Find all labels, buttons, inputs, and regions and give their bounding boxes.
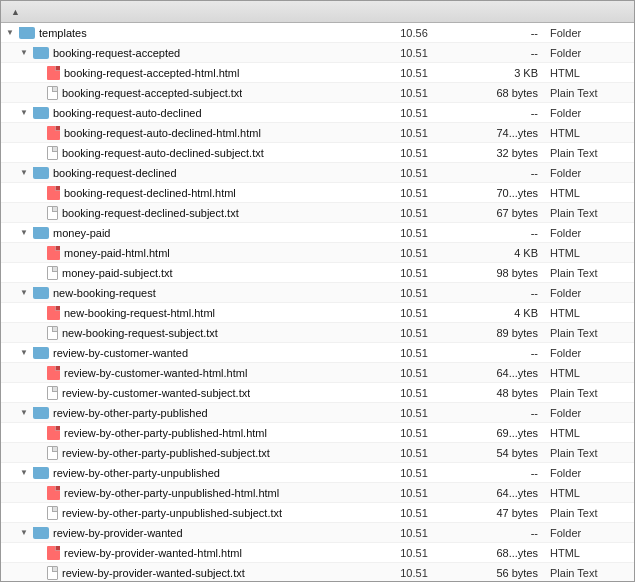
- disclosure-triangle[interactable]: [19, 528, 29, 538]
- size-cell: --: [464, 47, 544, 59]
- folder-icon: [33, 167, 49, 179]
- kind-cell: Plain Text: [544, 447, 634, 459]
- table-row[interactable]: booking-request-declined-html.html 10.51…: [1, 183, 634, 203]
- folder-icon: [33, 347, 49, 359]
- table-row[interactable]: review-by-other-party-unpublished 10.51 …: [1, 463, 634, 483]
- table-row[interactable]: review-by-provider-wanted-subject.txt 10…: [1, 563, 634, 581]
- size-cell: 68...ytes: [464, 547, 544, 559]
- html-file-icon: [47, 546, 60, 560]
- file-name: review-by-provider-wanted-subject.txt: [62, 567, 245, 579]
- finder-window: ▲ templates 10.56 -- Folder booking-requ…: [0, 0, 635, 582]
- file-name: booking-request-auto-declined-html.html: [64, 127, 261, 139]
- file-name: review-by-customer-wanted-html.html: [64, 367, 247, 379]
- date-cell: 10.51: [364, 467, 464, 479]
- date-cell: 10.51: [364, 347, 464, 359]
- table-row[interactable]: new-booking-request 10.51 -- Folder: [1, 283, 634, 303]
- kind-cell: Folder: [544, 347, 634, 359]
- kind-cell: HTML: [544, 547, 634, 559]
- disclosure-triangle[interactable]: [19, 168, 29, 178]
- size-cell: --: [464, 27, 544, 39]
- date-cell: 10.51: [364, 487, 464, 499]
- table-row[interactable]: review-by-other-party-unpublished-html.h…: [1, 483, 634, 503]
- disclosure-triangle[interactable]: [19, 348, 29, 358]
- table-row[interactable]: booking-request-auto-declined-subject.tx…: [1, 143, 634, 163]
- kind-cell: HTML: [544, 187, 634, 199]
- file-name: money-paid: [53, 227, 110, 239]
- table-row[interactable]: review-by-customer-wanted-html.html 10.5…: [1, 363, 634, 383]
- name-cell: booking-request-auto-declined-subject.tx…: [1, 146, 364, 160]
- size-cell: 48 bytes: [464, 387, 544, 399]
- table-row[interactable]: review-by-other-party-published 10.51 --…: [1, 403, 634, 423]
- date-cell: 10.51: [364, 407, 464, 419]
- table-row[interactable]: review-by-other-party-unpublished-subjec…: [1, 503, 634, 523]
- kind-cell: HTML: [544, 367, 634, 379]
- txt-file-icon: [47, 386, 58, 400]
- date-cell: 10.51: [364, 447, 464, 459]
- table-row[interactable]: review-by-other-party-published-html.htm…: [1, 423, 634, 443]
- table-row[interactable]: booking-request-declined 10.51 -- Folder: [1, 163, 634, 183]
- table-row[interactable]: money-paid-html.html 10.51 4 KB HTML: [1, 243, 634, 263]
- disclosure-triangle[interactable]: [19, 408, 29, 418]
- folder-icon: [33, 107, 49, 119]
- name-cell: booking-request-declined-html.html: [1, 186, 364, 200]
- table-row[interactable]: booking-request-declined-subject.txt 10.…: [1, 203, 634, 223]
- name-cell: review-by-other-party-unpublished-html.h…: [1, 486, 364, 500]
- file-list[interactable]: templates 10.56 -- Folder booking-reques…: [1, 23, 634, 581]
- disclosure-triangle[interactable]: [19, 228, 29, 238]
- disclosure-triangle[interactable]: [19, 468, 29, 478]
- disclosure-triangle[interactable]: [19, 108, 29, 118]
- disclosure-triangle[interactable]: [19, 288, 29, 298]
- table-row[interactable]: review-by-provider-wanted 10.51 -- Folde…: [1, 523, 634, 543]
- html-file-icon: [47, 486, 60, 500]
- table-row[interactable]: new-booking-request-html.html 10.51 4 KB…: [1, 303, 634, 323]
- kind-cell: HTML: [544, 427, 634, 439]
- disclosure-triangle[interactable]: [5, 28, 15, 38]
- file-name: money-paid-subject.txt: [62, 267, 173, 279]
- html-file-icon: [47, 426, 60, 440]
- txt-file-icon: [47, 146, 58, 160]
- size-cell: 89 bytes: [464, 327, 544, 339]
- table-row[interactable]: booking-request-auto-declined 10.51 -- F…: [1, 103, 634, 123]
- size-cell: 64...ytes: [464, 367, 544, 379]
- name-cell: booking-request-accepted-subject.txt: [1, 86, 364, 100]
- table-row[interactable]: review-by-customer-wanted 10.51 -- Folde…: [1, 343, 634, 363]
- table-row[interactable]: money-paid 10.51 -- Folder: [1, 223, 634, 243]
- date-cell: 10.51: [364, 207, 464, 219]
- file-name: review-by-provider-wanted: [53, 527, 183, 539]
- file-name: review-by-other-party-published-subject.…: [62, 447, 270, 459]
- file-name: templates: [39, 27, 87, 39]
- name-cell: booking-request-accepted: [1, 47, 364, 59]
- table-row[interactable]: review-by-other-party-published-subject.…: [1, 443, 634, 463]
- txt-file-icon: [47, 566, 58, 580]
- txt-file-icon: [47, 206, 58, 220]
- size-cell: 69...ytes: [464, 427, 544, 439]
- size-cell: --: [464, 107, 544, 119]
- kind-cell: Plain Text: [544, 147, 634, 159]
- html-file-icon: [47, 66, 60, 80]
- table-row[interactable]: new-booking-request-subject.txt 10.51 89…: [1, 323, 634, 343]
- date-cell: 10.51: [364, 167, 464, 179]
- name-cell: new-booking-request-subject.txt: [1, 326, 364, 340]
- size-cell: --: [464, 527, 544, 539]
- col-header-name[interactable]: ▲: [1, 7, 364, 17]
- table-row[interactable]: money-paid-subject.txt 10.51 98 bytes Pl…: [1, 263, 634, 283]
- table-row[interactable]: review-by-customer-wanted-subject.txt 10…: [1, 383, 634, 403]
- name-cell: booking-request-auto-declined: [1, 107, 364, 119]
- disclosure-triangle[interactable]: [19, 48, 29, 58]
- table-row[interactable]: booking-request-accepted-subject.txt 10.…: [1, 83, 634, 103]
- name-cell: templates: [1, 27, 364, 39]
- table-row[interactable]: review-by-provider-wanted-html.html 10.5…: [1, 543, 634, 563]
- table-row[interactable]: booking-request-accepted-html.html 10.51…: [1, 63, 634, 83]
- date-cell: 10.51: [364, 507, 464, 519]
- kind-cell: Plain Text: [544, 327, 634, 339]
- size-cell: --: [464, 167, 544, 179]
- html-file-icon: [47, 186, 60, 200]
- size-cell: 3 KB: [464, 67, 544, 79]
- kind-cell: Plain Text: [544, 567, 634, 579]
- size-cell: 54 bytes: [464, 447, 544, 459]
- table-row[interactable]: booking-request-auto-declined-html.html …: [1, 123, 634, 143]
- table-row[interactable]: templates 10.56 -- Folder: [1, 23, 634, 43]
- date-cell: 10.51: [364, 247, 464, 259]
- file-name: booking-request-accepted-html.html: [64, 67, 239, 79]
- table-row[interactable]: booking-request-accepted 10.51 -- Folder: [1, 43, 634, 63]
